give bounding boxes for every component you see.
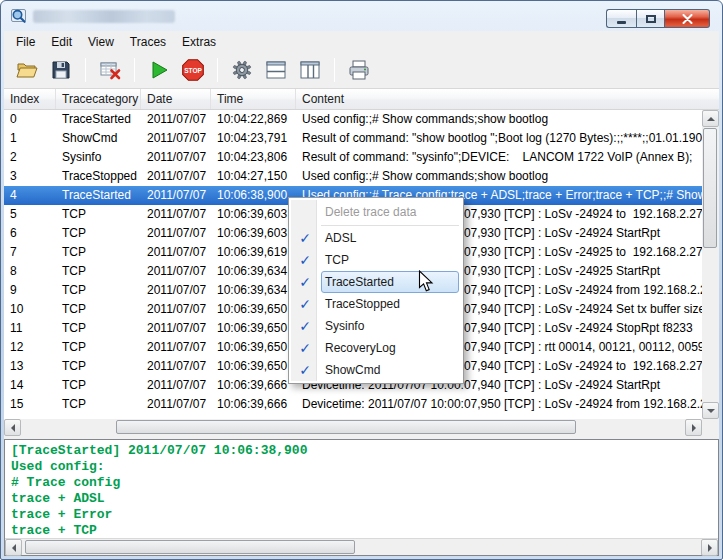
cell-time: 10:06:39,634 <box>211 281 296 300</box>
cell-index: 4 <box>4 186 56 205</box>
context-menu-item-label: RecoveryLog <box>291 341 396 355</box>
cell-date: 2011/07/07 <box>141 319 211 338</box>
cell-category: TCP <box>56 395 141 414</box>
scroll-left-button[interactable] <box>4 419 21 436</box>
menu-file[interactable]: File <box>8 33 43 51</box>
cell-category: TCP <box>56 243 141 262</box>
cell-index: 2 <box>4 148 56 167</box>
trace-settings-button[interactable] <box>227 55 257 85</box>
table-row[interactable]: 1ShowCmd2011/07/0710:04:23,791Result of … <box>4 129 702 148</box>
cell-category: TraceStarted <box>56 186 141 205</box>
cell-index: 10 <box>4 300 56 319</box>
printer-icon <box>347 58 371 82</box>
cell-time: 10:06:39,650 <box>211 319 296 338</box>
menu-extras[interactable]: Extras <box>174 33 224 51</box>
menu-view[interactable]: View <box>80 33 122 51</box>
cell-time: 10:06:39,666 <box>211 395 296 414</box>
arrow-down-icon <box>707 409 715 417</box>
cell-time: 10:06:39,603 <box>211 205 296 224</box>
context-menu-item-label: Delete trace data <box>291 205 416 219</box>
horizontal-scroll-thumb[interactable] <box>116 420 576 434</box>
context-menu-item-label: TraceStopped <box>291 297 400 311</box>
column-header-content[interactable]: Content <box>296 89 719 109</box>
console-horizontal-scrollbar[interactable] <box>5 538 718 555</box>
cell-content: Devicetime: 2011/07/07 10:00:07,950 [TCP… <box>296 395 702 414</box>
open-trace-button[interactable] <box>12 55 42 85</box>
arrow-left-icon <box>8 544 16 552</box>
trace-detail-panel: [TraceStarted] 2011/07/07 10:06:38,900 U… <box>4 439 719 556</box>
cell-date: 2011/07/07 <box>141 357 211 376</box>
context-menu-item-tracestopped[interactable]: ✓TraceStopped <box>291 293 461 315</box>
scroll-right-button[interactable] <box>685 419 702 436</box>
context-menu-item-delete-trace-data[interactable]: Delete trace data <box>291 200 461 224</box>
cell-date: 2011/07/07 <box>141 262 211 281</box>
table-row[interactable]: 2Sysinfo2011/07/0710:04:23,806Result of … <box>4 148 702 167</box>
scroll-up-button[interactable] <box>702 110 719 127</box>
cell-time: 10:04:22,869 <box>211 110 296 129</box>
vertical-scroll-thumb[interactable] <box>703 128 717 248</box>
context-menu-item-label: TCP <box>291 253 349 267</box>
cell-index: 8 <box>4 262 56 281</box>
table-row[interactable]: 3TraceStopped2011/07/0710:04:27,150Used … <box>4 167 702 186</box>
start-trace-button[interactable] <box>144 55 174 85</box>
trace-output-text: [TraceStarted] 2011/07/07 10:06:38,900 U… <box>5 440 718 538</box>
table-row[interactable]: 15TCP2011/07/0710:06:39,666Devicetime: 2… <box>4 395 702 414</box>
cell-category: TCP <box>56 262 141 281</box>
console-scroll-thumb[interactable] <box>25 540 355 554</box>
close-button[interactable] <box>665 9 710 28</box>
cell-time: 10:04:23,806 <box>211 148 296 167</box>
context-menu-item-showcmd[interactable]: ✓ShowCmd <box>291 359 461 381</box>
column-header-tracecategory[interactable]: Tracecategory <box>56 89 141 109</box>
save-trace-button[interactable] <box>46 55 76 85</box>
cell-index: 12 <box>4 338 56 357</box>
context-menu-item-label: ADSL <box>291 231 356 245</box>
cell-date: 2011/07/07 <box>141 110 211 129</box>
cell-time: 10:06:39,650 <box>211 338 296 357</box>
mouse-cursor <box>418 270 436 294</box>
print-trace-button[interactable] <box>344 55 374 85</box>
cell-date: 2011/07/07 <box>141 148 211 167</box>
context-menu-item-sysinfo[interactable]: ✓Sysinfo <box>291 315 461 337</box>
table-horizontal-scrollbar[interactable] <box>4 419 702 436</box>
scroll-right-button[interactable] <box>701 539 718 556</box>
table-header-row: IndexTracecategoryDateTimeContent <box>4 89 719 110</box>
cell-time: 10:04:23,791 <box>211 129 296 148</box>
title-bar[interactable] <box>1 1 722 31</box>
column-header-index[interactable]: Index <box>4 89 56 109</box>
context-menu-item-adsl[interactable]: ✓ADSL <box>291 227 461 249</box>
split-horizontal-view-button[interactable] <box>261 55 291 85</box>
column-header-date[interactable]: Date <box>141 89 211 109</box>
arrow-right-icon <box>692 424 700 432</box>
stop-trace-button[interactable]: STOP <box>178 55 208 85</box>
cell-date: 2011/07/07 <box>141 205 211 224</box>
cell-date: 2011/07/07 <box>141 300 211 319</box>
cell-index: 7 <box>4 243 56 262</box>
context-menu-item-recoverylog[interactable]: ✓RecoveryLog <box>291 337 461 359</box>
context-menu-item-tcp[interactable]: ✓TCP <box>291 249 461 271</box>
green-play-icon <box>147 58 171 82</box>
clear-trace-data-button[interactable] <box>95 55 125 85</box>
column-header-time[interactable]: Time <box>211 89 296 109</box>
minimize-button[interactable] <box>606 9 636 28</box>
menu-traces[interactable]: Traces <box>122 33 174 51</box>
scroll-down-button[interactable] <box>702 402 719 419</box>
split-vertical-view-button[interactable] <box>295 55 325 85</box>
cell-date: 2011/07/07 <box>141 129 211 148</box>
cell-category: ShowCmd <box>56 129 141 148</box>
menu-edit[interactable]: Edit <box>43 33 80 51</box>
cell-time: 10:06:39,650 <box>211 300 296 319</box>
vertical-scrollbar[interactable] <box>702 110 719 419</box>
folder-open-icon <box>15 58 39 82</box>
cell-index: 9 <box>4 281 56 300</box>
cell-category: TraceStopped <box>56 167 141 186</box>
table-row[interactable]: 0TraceStarted2011/07/0710:04:22,869Used … <box>4 110 702 129</box>
maximize-button[interactable] <box>636 9 665 28</box>
cell-index: 15 <box>4 395 56 414</box>
cell-time: 10:04:27,150 <box>211 167 296 186</box>
toolbar-separator <box>217 58 218 82</box>
scroll-left-button[interactable] <box>5 539 22 556</box>
menu-separator <box>321 225 459 226</box>
scrollbar-corner <box>702 419 719 436</box>
cell-category: TCP <box>56 376 141 395</box>
menu-bar: FileEditViewTracesExtras <box>4 31 719 52</box>
